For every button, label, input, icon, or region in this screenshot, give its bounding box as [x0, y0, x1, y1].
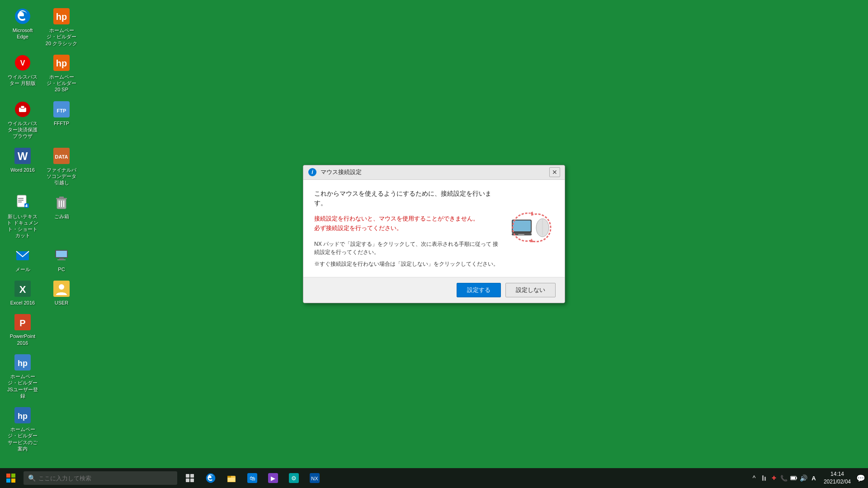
taskbar-photos-icon: ▶: [268, 473, 278, 483]
search-input[interactable]: [38, 475, 165, 482]
mouse-connection-dialog: i マウス接続設定 ✕ これからマウスを使えるようにするために、接続設定を行いま…: [303, 165, 565, 304]
windows-logo-icon: [6, 474, 15, 483]
tray-chevron-icon[interactable]: ^: [750, 474, 759, 483]
taskbar-nxpad-icon: NX: [310, 473, 320, 483]
svg-text:▶: ▶: [271, 475, 275, 482]
tray-notification-icon[interactable]: 💬: [856, 474, 865, 483]
taskbar-explorer-icon: [226, 473, 236, 483]
svg-rect-53: [190, 474, 194, 478]
svg-text:⚙: ⚙: [291, 475, 297, 482]
dialog-close-button[interactable]: ✕: [549, 167, 560, 177]
dialog-info-text1: NX パッドで「設定する」をクリックして、次に表示される手順に従って 接続設定を…: [314, 240, 500, 256]
task-view-button[interactable]: [180, 468, 200, 488]
tray-battery-icon[interactable]: [789, 474, 798, 483]
dialog-illustration: [509, 189, 554, 268]
dialog-main-text: これからマウスを使えるようにするために、接続設定を行います。: [314, 189, 500, 208]
task-view-icon: [185, 474, 194, 483]
svg-rect-54: [186, 479, 189, 482]
dialog-confirm-button[interactable]: 設定する: [457, 283, 501, 297]
start-button[interactable]: [0, 468, 22, 488]
svg-text:NX: NX: [311, 476, 318, 481]
dialog-content: これからマウスを使えるようにするために、接続設定を行います。 接続設定を行わない…: [314, 189, 500, 268]
tray-icons: ^ ✚ 📞 🔊 A: [750, 474, 818, 483]
search-icon: 🔍: [28, 474, 36, 482]
tray-ime-icon[interactable]: A: [809, 474, 818, 483]
svg-rect-52: [186, 474, 189, 478]
clock-date: 2021/02/04: [824, 478, 851, 486]
taskbar-edge-button[interactable]: [201, 468, 221, 488]
tray-volume-icon[interactable]: 🔊: [799, 474, 808, 483]
svg-rect-60: [228, 478, 235, 482]
svg-rect-47: [518, 234, 524, 235]
dialog-titlebar: i マウス接続設定 ✕: [303, 165, 565, 180]
taskbar: 🔍: [0, 468, 868, 488]
taskbar-app5-icon: ⚙: [289, 473, 299, 483]
taskbar-photos-button[interactable]: ▶: [263, 468, 283, 488]
taskbar-nxpad-button[interactable]: NX: [305, 468, 325, 488]
dialog-title-icon: i: [308, 168, 317, 177]
taskbar-search-box[interactable]: 🔍: [24, 471, 177, 485]
taskbar-pinned-icons: 🛍 ▶ ⚙ NX: [180, 468, 325, 488]
svg-rect-70: [764, 477, 766, 481]
svg-rect-72: [796, 477, 797, 479]
tray-phone-icon[interactable]: 📞: [779, 474, 788, 483]
system-tray: ^ ✚ 📞 🔊 A 14:14 2021/02/04: [750, 468, 868, 488]
svg-rect-59: [227, 476, 231, 478]
svg-rect-45: [513, 221, 531, 231]
taskbar-explorer-button[interactable]: [222, 468, 241, 488]
dialog-cancel-button[interactable]: 設定しない: [505, 283, 556, 297]
svg-rect-69: [762, 475, 764, 481]
tray-antivirus-icon[interactable]: ✚: [769, 474, 778, 483]
dialog-body: これからマウスを使えるようにするために、接続設定を行います。 接続設定を行わない…: [303, 180, 565, 277]
nx-pad-mouse-svg: [511, 211, 552, 247]
taskbar-edge-icon: [206, 473, 216, 483]
dialog-warning-line1: 接続設定を行わないと、マウスを使用することができません。: [314, 215, 479, 222]
clock-time: 14:14: [830, 470, 844, 478]
info-icon: i: [308, 168, 316, 176]
svg-rect-73: [791, 477, 795, 479]
dialog-info-text2: ※すぐ接続設定を行わない場合は「設定しない」をクリックしてください。: [314, 260, 500, 268]
taskbar-store-icon: 🛍: [247, 473, 257, 483]
tray-network-icon[interactable]: [760, 474, 769, 483]
taskbar-store-button[interactable]: 🛍: [242, 468, 262, 488]
taskbar-app5-button[interactable]: ⚙: [284, 468, 304, 488]
dialog-overlay: i マウス接続設定 ✕ これからマウスを使えるようにするために、接続設定を行いま…: [0, 0, 868, 468]
dialog-warning-line2: 必ず接続設定を行ってください。: [314, 225, 402, 231]
dialog-warning-text: 接続設定を行わないと、マウスを使用することができません。 必ず接続設定を行ってく…: [314, 214, 500, 233]
dialog-title: マウス接続設定: [321, 168, 549, 176]
dialog-footer: 設定する 設定しない: [303, 277, 565, 303]
tray-clock[interactable]: 14:14 2021/02/04: [820, 470, 854, 486]
svg-rect-55: [190, 479, 194, 482]
svg-text:🛍: 🛍: [250, 475, 255, 482]
